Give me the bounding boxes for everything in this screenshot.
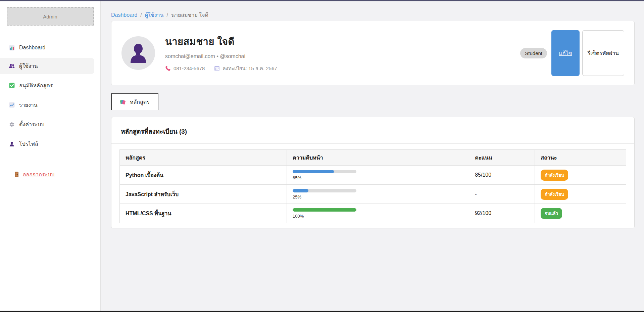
sidebar: Admin Dashboard ผู้ใช้งาน อนุมัติหลักสูต…	[0, 1, 101, 311]
sidebar-item-label: รายงาน	[19, 101, 38, 109]
course-name: JavaScript สำหรับเว็บ	[120, 185, 287, 204]
column-header: สถานะ	[535, 150, 626, 166]
sidebar-item-profile[interactable]: โปรไฟล์	[0, 136, 94, 152]
table-row: HTML/CSS พื้นฐาน 100% 92/100 จบแล้ว	[120, 204, 626, 223]
books-icon	[120, 99, 126, 105]
registered-item: ลงทะเบียน: 15 ธ.ค. 2567	[214, 64, 277, 73]
calendar-icon	[214, 65, 220, 71]
courses-card-title: หลักสูตรที่ลงทะเบียน (3)	[111, 117, 634, 143]
progress-bar	[293, 208, 356, 212]
profile-name: นายสมชาย ใจดี	[165, 34, 510, 49]
table-row: Python เบื้องต้น 65% 85/100 กำลังเรียน	[120, 166, 626, 185]
sidebar-item-label: ผู้ใช้งาน	[19, 62, 38, 70]
sidebar-item-label: โปรไฟล์	[19, 140, 38, 148]
progress-fill	[293, 170, 334, 173]
person-icon	[9, 141, 15, 147]
bottom-accent-bar	[0, 311, 644, 312]
sidebar-item-users[interactable]: ผู้ใช้งาน	[0, 58, 94, 74]
course-status-cell: จบแล้ว	[535, 204, 626, 223]
progress-label: 100%	[293, 214, 463, 219]
breadcrumb-link[interactable]: ผู้ใช้งาน	[145, 12, 164, 18]
course-score: 92/100	[469, 204, 535, 223]
check-icon	[9, 83, 15, 88]
status-badge: กำลังเรียน	[541, 189, 568, 200]
table-row: JavaScript สำหรับเว็บ 25% - กำลังเรียน	[120, 185, 626, 204]
edit-button[interactable]: แก้ไข	[551, 30, 580, 76]
course-score: 85/100	[469, 166, 535, 185]
phone-icon	[165, 65, 171, 71]
users-icon	[9, 63, 15, 69]
logout-label: ออกจากระบบ	[23, 170, 54, 179]
course-score: -	[469, 185, 535, 204]
app-logo-text: Admin	[43, 14, 57, 19]
progress-bar	[293, 170, 356, 173]
progress-fill	[293, 189, 309, 192]
registered-date: ลงทะเบียน: 15 ธ.ค. 2567	[222, 64, 277, 73]
course-status-cell: กำลังเรียน	[535, 166, 626, 185]
breadcrumb-link[interactable]: Dashboard	[111, 12, 137, 18]
status-badge: จบแล้ว	[541, 208, 562, 219]
table-header-row: หลักสูตรความคืบหน้าคะแนนสถานะ	[120, 150, 626, 166]
profile-actions: Student แก้ไข รีเซ็ตรหัสผ่าน	[520, 30, 624, 76]
profile-info: นายสมชาย ใจดี somchai@email.com • @somch…	[165, 34, 510, 73]
status-badge: กำลังเรียน	[541, 170, 568, 181]
courses-card: หลักสูตรที่ลงทะเบียน (3) หลักสูตรความคืบ…	[111, 117, 635, 228]
course-progress-cell: 100%	[287, 204, 469, 223]
profile-email: somchai@email.com • @somchai	[165, 53, 510, 59]
breadcrumb-separator: /	[167, 12, 168, 18]
course-status-cell: กำลังเรียน	[535, 185, 626, 204]
profile-meta: 081-234-5678 ลงทะเบียน: 15 ธ.ค. 2567	[165, 64, 510, 73]
tab-label: หลักสูตร	[130, 98, 150, 106]
course-name: Python เบื้องต้น	[120, 166, 287, 185]
app-logo: Admin	[7, 7, 94, 26]
sidebar-item-label: อนุมัติหลักสูตร	[19, 81, 53, 90]
phone-number: 081-234-5678	[174, 65, 205, 71]
sidebar-item-settings[interactable]: ตั้งค่าระบบ	[0, 117, 94, 132]
progress-label: 65%	[293, 175, 463, 180]
role-badge: Student	[520, 48, 547, 58]
breadcrumb: Dashboard/ผู้ใช้งาน/นายสมชาย ใจดี	[111, 11, 644, 19]
gear-icon	[9, 122, 15, 127]
progress-bar	[293, 189, 356, 192]
breadcrumb-current: นายสมชาย ใจดี	[171, 12, 208, 18]
logout-link[interactable]: ออกจากระบบ	[13, 170, 54, 179]
door-icon	[13, 172, 19, 177]
profile-card: นายสมชาย ใจดี somchai@email.com • @somch…	[111, 21, 635, 85]
reset-password-button[interactable]: รีเซ็ตรหัสผ่าน	[582, 30, 624, 76]
progress-label: 25%	[293, 194, 463, 199]
course-progress-cell: 65%	[287, 166, 469, 185]
breadcrumb-separator: /	[140, 12, 142, 18]
sidebar-divider	[5, 160, 96, 160]
card-divider	[111, 143, 634, 144]
course-name: HTML/CSS พื้นฐาน	[120, 204, 287, 223]
tab-bar: หลักสูตร	[111, 93, 158, 110]
sidebar-item-label: Dashboard	[19, 45, 45, 51]
sidebar-nav: Dashboard ผู้ใช้งาน อนุมัติหลักสูตร รายง…	[0, 41, 100, 152]
column-header: หลักสูตร	[120, 150, 287, 166]
bar-chart-icon	[9, 45, 15, 51]
column-header: คะแนน	[469, 150, 535, 166]
course-progress-cell: 25%	[287, 185, 469, 204]
courses-table: หลักสูตรความคืบหน้าคะแนนสถานะ Python เบื…	[119, 149, 626, 223]
progress-fill	[293, 208, 356, 212]
tab-courses[interactable]: หลักสูตร	[111, 93, 158, 110]
column-header: ความคืบหน้า	[287, 150, 469, 166]
sidebar-item-reports[interactable]: รายงาน	[0, 97, 94, 113]
phone-item: 081-234-5678	[165, 65, 205, 71]
avatar	[121, 36, 155, 70]
sidebar-item-dashboard[interactable]: Dashboard	[0, 41, 94, 54]
chart-up-icon	[9, 102, 15, 108]
sidebar-item-approve-courses[interactable]: อนุมัติหลักสูตร	[0, 78, 94, 93]
main-content: Dashboard/ผู้ใช้งาน/นายสมชาย ใจดี นายสมช…	[101, 1, 644, 311]
sidebar-item-label: ตั้งค่าระบบ	[19, 120, 44, 129]
